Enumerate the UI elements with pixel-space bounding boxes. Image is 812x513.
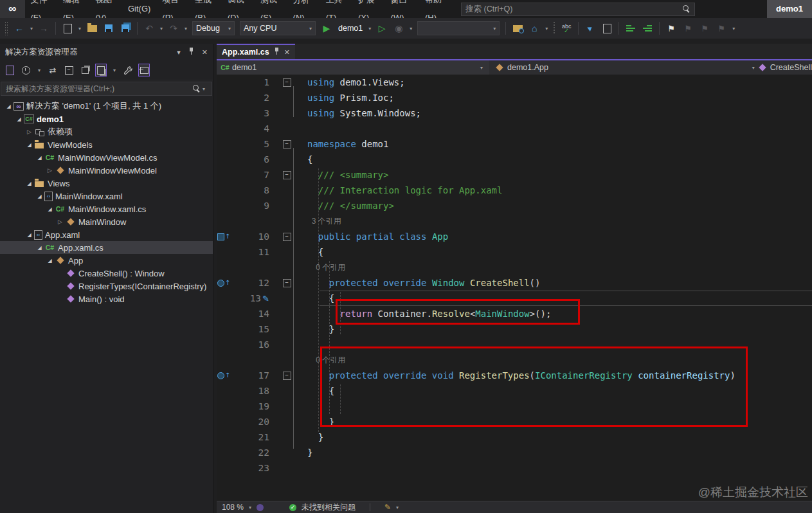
code-line-17[interactable]: ↑17− protected override void RegisterTyp… (217, 368, 812, 383)
expander-expanded-icon[interactable]: ◢ (35, 245, 44, 251)
expander-expanded-icon[interactable]: ◢ (45, 206, 55, 212)
preview-selected-items-button[interactable] (138, 64, 150, 76)
navigate-back-button[interactable]: ← (12, 21, 27, 36)
hot-reload-button[interactable]: ◉ (391, 21, 406, 36)
search-options-dropdown-icon[interactable]: ▾ (201, 81, 207, 96)
expander-expanded-icon[interactable]: ◢ (35, 155, 44, 161)
code-line-16[interactable]: 16 (217, 337, 812, 352)
tree-item[interactable]: ▷MainWindow (0, 215, 213, 228)
code-line-11[interactable]: 11 { (217, 244, 812, 260)
code-line-19[interactable]: 19 (217, 399, 812, 414)
toolbar-empty-dropdown[interactable]: ▾ (417, 21, 500, 35)
code-line-1[interactable]: 1−using demo1.Views; (217, 75, 812, 90)
menu-item[interactable]: Git(G) (122, 0, 156, 18)
solution-explorer-header[interactable]: 解决方案资源管理器 ▾ ✕ (0, 44, 213, 60)
method-override-icon[interactable] (217, 280, 224, 287)
tree-item[interactable]: RegisterTypes(IContainerRegistry) (0, 280, 213, 292)
expander-expanded-icon[interactable]: ◢ (4, 104, 14, 109)
expander-expanded-icon[interactable]: ◢ (45, 258, 55, 264)
code-line-5[interactable]: 5−namespace demo1 (217, 136, 812, 152)
startup-project-label[interactable]: demo1 (338, 24, 363, 33)
navigate-home-button[interactable]: ⌂ (527, 21, 542, 36)
solution-explorer-search[interactable]: 搜索解决方案资源管理器(Ctrl+;) ▾ (1, 82, 212, 96)
document-status-icon[interactable] (257, 504, 264, 511)
tree-item[interactable]: ◢ViewModels (0, 138, 213, 151)
solution-name-badge[interactable]: demo1 (767, 0, 812, 18)
expander-collapsed-icon[interactable]: ▷ (24, 129, 34, 135)
pin-tab-icon[interactable] (274, 48, 280, 57)
start-without-debugging-button[interactable]: ▷ (374, 21, 390, 36)
open-file-button[interactable] (84, 21, 100, 36)
toggle-bookmark-button[interactable]: ⚑ (663, 21, 679, 36)
expander-expanded-icon[interactable]: ◢ (24, 142, 34, 148)
code-line-6[interactable]: 6{ (217, 152, 812, 167)
code-editor[interactable]: 1−using demo1.Views;2using Prism.Ioc;3us… (217, 75, 812, 501)
show-all-files-dropdown-icon[interactable]: ▾ (111, 62, 118, 78)
settings-button[interactable] (122, 64, 134, 76)
fold-collapse-icon[interactable]: − (283, 372, 291, 380)
properties-button[interactable] (79, 64, 91, 76)
pin-icon[interactable] (188, 48, 194, 57)
method-override-icon[interactable] (217, 372, 224, 379)
window-position-dropdown-icon[interactable]: ▾ (177, 48, 181, 57)
switch-views-button[interactable] (4, 64, 15, 76)
tree-item[interactable]: ◢∞解决方案 'demo1' (1 个项目, 共 1 个) (0, 100, 213, 113)
pending-changes-filter-button[interactable] (20, 64, 32, 76)
run-target-dropdown-icon[interactable]: ▾ (366, 21, 373, 36)
save-all-button[interactable] (118, 21, 133, 36)
filter-dropdown-icon[interactable]: ▾ (36, 62, 42, 78)
tree-item[interactable]: ▷MainWindowViewModel (0, 164, 213, 177)
tree-item[interactable]: ▷依赖项 (0, 125, 213, 138)
member-dropdown[interactable]: ▾ CreateShell (750, 63, 812, 72)
sync-with-active-document-button[interactable]: ⇄ (47, 64, 59, 76)
code-line-23[interactable]: 23 (217, 460, 812, 476)
code-line-13[interactable]: 13✎ { (217, 291, 812, 306)
fold-collapse-icon[interactable]: − (283, 78, 291, 87)
tab-app-xaml-cs[interactable]: App.xaml.cs ✕ (217, 44, 295, 59)
close-tab-icon[interactable]: ✕ (284, 48, 290, 57)
collapse-all-button[interactable]: − (63, 64, 75, 76)
search-icon[interactable] (683, 5, 690, 13)
chevron-down-icon[interactable]: ▾ (752, 65, 755, 71)
solution-platform-dropdown[interactable]: Any CPU▾ (240, 21, 316, 35)
code-line-20[interactable]: 20 } (217, 414, 812, 429)
find-in-files-button[interactable] (510, 21, 525, 36)
zoom-level-dropdown[interactable]: 108 % (222, 503, 244, 512)
quick-search-box[interactable]: 搜索 (Ctrl+Q) (461, 3, 695, 16)
class-inherit-icon[interactable] (217, 233, 224, 240)
fold-collapse-icon[interactable]: − (283, 279, 291, 287)
redo-button[interactable]: ↷ (166, 21, 181, 36)
fold-collapse-icon[interactable]: − (283, 171, 291, 179)
code-cleanup-button[interactable]: ✎ (384, 503, 391, 512)
code-line-14[interactable]: 14 return Container.Resolve<MainWindow>(… (217, 306, 812, 321)
redo-dropdown-icon[interactable]: ▾ (183, 21, 189, 36)
tree-item[interactable]: ◢C#MainWindowViewModel.cs (0, 151, 213, 164)
decrease-indent-button[interactable] (623, 21, 638, 36)
tree-item[interactable]: ◢C#demo1 (0, 113, 213, 125)
code-line-12[interactable]: ↑12− protected override Window CreateShe… (217, 275, 812, 291)
codelens-row[interactable]: 3 个引用 (217, 213, 812, 229)
health-check-icon[interactable]: ✓ (289, 504, 296, 511)
code-line-8[interactable]: 8 /// Interaction logic for App.xaml (217, 183, 812, 198)
selection-mode-button[interactable] (582, 21, 598, 36)
toolbar-drag-handle[interactable] (5, 21, 8, 35)
code-line-21[interactable]: 21 } (217, 429, 812, 445)
new-project-dropdown-icon[interactable]: ▾ (77, 21, 83, 36)
code-line-2[interactable]: 2using Prism.Ioc; (217, 90, 812, 105)
chevron-down-icon[interactable]: ▾ (480, 65, 483, 71)
tree-item[interactable]: CreateShell() : Window (0, 267, 213, 280)
tree-item[interactable]: ◢C#MainWindow.xaml.cs (0, 203, 213, 215)
close-icon[interactable]: ✕ (202, 48, 208, 57)
next-bookmark-button[interactable]: ⚑ (697, 21, 712, 36)
navigate-home-dropdown-icon[interactable]: ▾ (543, 21, 550, 36)
hot-reload-dropdown-icon[interactable]: ▾ (408, 21, 414, 36)
tree-item[interactable]: ◢App (0, 254, 213, 267)
save-button[interactable] (101, 21, 116, 36)
show-all-files-button[interactable] (95, 64, 107, 76)
code-line-4[interactable]: 4 (217, 121, 812, 136)
tree-item[interactable]: ◢‹›App.xaml (0, 228, 213, 241)
previous-bookmark-button[interactable]: ⚑ (680, 21, 696, 36)
search-icon[interactable] (193, 85, 201, 93)
expander-expanded-icon[interactable]: ◢ (35, 194, 44, 199)
codelens-row[interactable]: 0 个引用 (217, 260, 812, 275)
